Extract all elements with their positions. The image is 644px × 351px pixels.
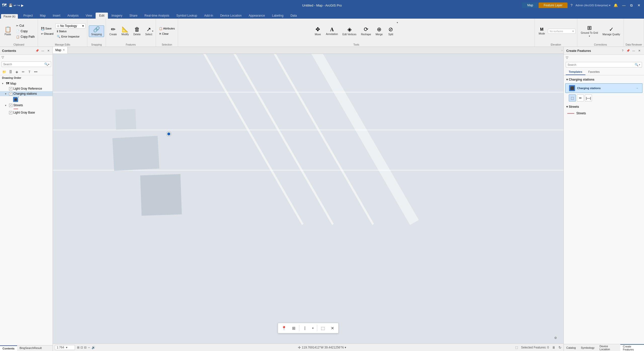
attributes-btn[interactable]: 📋 Attributes	[157, 26, 176, 31]
tab-edit[interactable]: Edit	[96, 13, 108, 19]
tree-item-map[interactable]: ▾ 🗺 Map	[0, 81, 53, 86]
tab-symbol-lookup[interactable]: Symbol Lookup	[173, 13, 201, 19]
tree-item-charging[interactable]: ▾ ✓ Charging stations	[0, 91, 53, 96]
ct-db-icon[interactable]: 🗄	[8, 69, 13, 75]
merge-btn[interactable]: ⊕ Merge	[374, 26, 385, 37]
rpb-tab-symbology[interactable]: Symbology	[578, 344, 597, 351]
ct-feature-icon[interactable]: ◈	[14, 69, 20, 75]
cut-btn[interactable]: ✂ Cut	[15, 23, 36, 28]
clear-selection-btn[interactable]: ✕	[328, 324, 336, 332]
map-context-tab[interactable]: Map	[522, 3, 538, 8]
help-btn[interactable]: ?	[571, 3, 573, 7]
cf-streets-group-header[interactable]: ▾ Streets	[564, 103, 644, 110]
close-btn[interactable]: ✕	[636, 2, 642, 8]
cf-minimize-btn[interactable]: —	[631, 48, 636, 53]
delete-btn[interactable]: 🗑 Delete	[131, 26, 143, 37]
cf-close-btn[interactable]: ✕	[637, 48, 641, 53]
tree-item-streets[interactable]: ▾ ✓ Streets	[0, 103, 53, 108]
map-expand-icon[interactable]: ▾	[2, 82, 5, 85]
tab-data[interactable]: Data	[287, 13, 300, 19]
feature-layer-context-tab[interactable]: Feature Layer	[539, 3, 568, 8]
tab-appearance[interactable]: Appearance	[245, 13, 269, 19]
refresh-btn[interactable]: ↻	[558, 345, 561, 349]
scale-display[interactable]: 1:764 ▾	[55, 345, 75, 350]
tab-analysis[interactable]: Analysis	[64, 13, 82, 19]
cf-tool-rect[interactable]: ⬚	[569, 94, 576, 101]
lp-tab-contents[interactable]: Contents	[0, 345, 17, 351]
cf-streets-template[interactable]: Streets	[564, 110, 644, 117]
cf-search-bar[interactable]: 🔍 ▾	[566, 62, 642, 67]
tree-item-light-gray-ref[interactable]: ✓ Light Gray Reference	[0, 86, 53, 91]
notification-bell[interactable]: 🔔	[614, 3, 618, 7]
grid-btn[interactable]: ⊞	[290, 324, 298, 332]
minimize-btn[interactable]: —	[621, 2, 627, 8]
tools-expand[interactable]: ▾	[397, 21, 400, 24]
cf-search-input[interactable]	[568, 63, 635, 66]
snapping-btn[interactable]: 🔗 Snapping	[89, 25, 104, 37]
cf-charging-group-header[interactable]: ▾ Charging stations	[564, 76, 644, 83]
copy-btn[interactable]: 📄 Copy	[15, 29, 36, 34]
contents-pin-btn[interactable]: 📌	[35, 48, 39, 53]
cf-tab-templates[interactable]: Templates	[566, 69, 585, 75]
contents-search-input[interactable]	[3, 63, 44, 66]
scale-tool-2[interactable]: ⊡	[80, 346, 83, 349]
contents-search-icon[interactable]: 🔍	[44, 62, 48, 66]
clear-btn[interactable]: ✕ Clear	[157, 31, 176, 36]
locate-btn[interactable]: 📍	[280, 324, 288, 332]
contents-search-dropdown[interactable]: ▾	[48, 63, 49, 66]
save-btn[interactable]: 💾 Save	[39, 26, 55, 31]
map-tab[interactable]: Map ✕	[53, 47, 68, 54]
create-btn[interactable]: ✏ Create	[107, 26, 119, 37]
select-btn[interactable]: ↗ Select ▾	[143, 26, 154, 37]
streets-expand[interactable]: ▾	[5, 104, 8, 107]
tab-realtime[interactable]: Real-time Analysis	[141, 13, 173, 19]
surfaces-dropdown[interactable]: No surfaces ▾	[548, 29, 576, 34]
split-btn[interactable]: ⊘ Split	[385, 26, 396, 37]
map-canvas[interactable]: 📍 ⊞ | ▾ ⬚ ✕ ⚙	[53, 54, 564, 343]
cf-charging-template[interactable]: ⬛ Charging stations →	[565, 83, 642, 93]
contents-filter-icon[interactable]: ▽	[2, 55, 4, 59]
modify-btn[interactable]: 📐 Modify	[119, 26, 131, 37]
scale-tool-5[interactable]: 🔊	[92, 346, 95, 349]
paste-btn[interactable]: 📋 Paste	[2, 25, 14, 37]
charging-checkbox[interactable]: ✓	[9, 92, 12, 95]
streets-checkbox[interactable]: ✓	[9, 104, 12, 107]
topology-dropdown[interactable]: ⊙ No Topology ▾	[55, 23, 86, 28]
ct-pencil-icon[interactable]: ✏	[20, 69, 26, 75]
tab-device-location[interactable]: Device Location	[217, 13, 245, 19]
tab-project[interactable]: Project	[20, 13, 36, 19]
manage-quality-btn[interactable]: ✓ Manage Quality	[600, 26, 622, 37]
lgr-checkbox[interactable]: ✓	[9, 87, 12, 90]
tree-item-light-gray-base[interactable]: ✓ Light Gray Base	[0, 110, 53, 115]
scale-tool-3[interactable]: ⊟	[84, 346, 87, 349]
pause-btn[interactable]: Pause (k)	[1, 14, 18, 19]
scale-dropdown-btn[interactable]: |	[301, 324, 309, 332]
restore-btn[interactable]: ⧉	[628, 2, 634, 8]
tab-labeling[interactable]: Labeling	[268, 13, 287, 19]
error-inspector-btn[interactable]: 🔍 Error Inspector	[55, 34, 86, 39]
scale-arrow-btn[interactable]: ▾	[310, 324, 315, 332]
cf-search-dropdown[interactable]: ▾	[639, 63, 640, 66]
rpb-tab-device-location[interactable]: Device Location	[597, 344, 620, 351]
cf-filter-icon[interactable]: ▽	[566, 56, 568, 59]
contents-search-bar[interactable]: 🔍 ▾	[2, 61, 51, 67]
cf-tab-favorites[interactable]: Favorites	[585, 69, 603, 75]
discard-btn[interactable]: ↩ Discard	[39, 31, 55, 36]
ct-folder-icon[interactable]: 📁	[2, 69, 7, 75]
map-collapse-right[interactable]: ›	[560, 49, 564, 52]
cf-help-btn[interactable]: ?	[620, 48, 625, 53]
tab-imagery[interactable]: Imagery	[108, 13, 126, 19]
rpb-tab-catalog[interactable]: Catalog	[564, 344, 578, 351]
cf-search-icon[interactable]: 🔍	[635, 63, 638, 66]
select-rect-btn[interactable]: ⬚	[319, 324, 327, 332]
copy-path-btn[interactable]: 📋 Copy Path	[15, 34, 36, 39]
map-settings-btn[interactable]: ⚙	[552, 335, 558, 341]
mode-btn[interactable]: M Mode	[536, 26, 547, 36]
undo-btn[interactable]: ↩	[14, 4, 16, 7]
ct-tag-icon[interactable]: T	[27, 69, 32, 75]
coord-expand[interactable]: ▾	[345, 346, 346, 349]
ground-to-grid-btn[interactable]: ⊞ Ground To Grid ▾	[579, 24, 600, 38]
redo-btn[interactable]: ↪	[17, 4, 20, 7]
rpb-tab-create-features[interactable]: Create Features	[620, 344, 644, 351]
tab-map[interactable]: Map	[36, 13, 49, 19]
